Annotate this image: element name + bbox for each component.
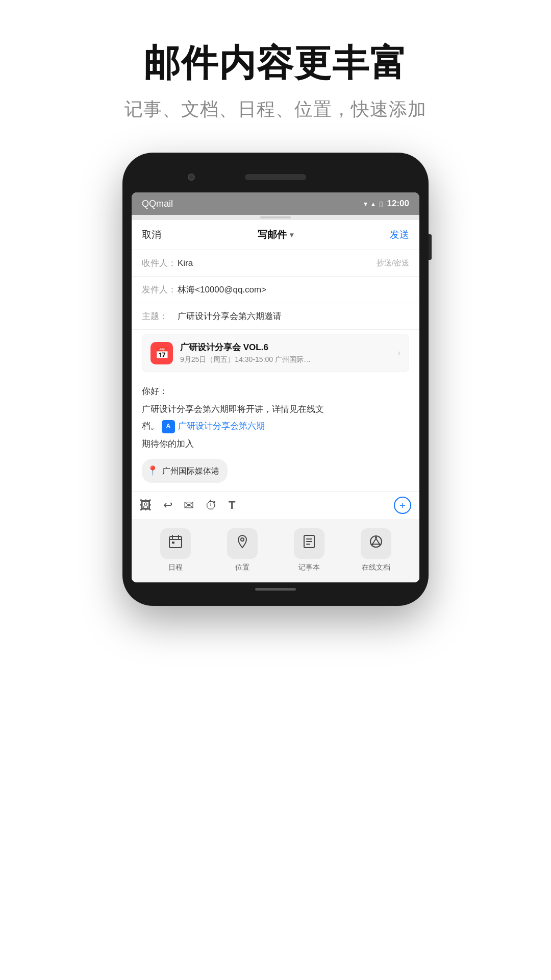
calendar-icon: 📅 bbox=[155, 347, 169, 360]
from-value[interactable]: 林海<10000@qq.com> bbox=[178, 284, 409, 296]
notebook-icon bbox=[302, 534, 316, 552]
body-greeting: 你好： bbox=[142, 384, 409, 399]
compose-toolbar: 取消 写邮件 ▾ 发送 bbox=[132, 220, 419, 250]
page-title: 邮件内容更丰富 bbox=[0, 41, 551, 85]
online-doc-icon bbox=[369, 534, 383, 552]
to-field: 收件人： Kira 抄送/密送 bbox=[132, 250, 419, 277]
calendar-info: 广研设计分享会 VOL.6 9月25日（周五）14:30-15:00 广州国际… bbox=[180, 341, 397, 364]
location-name: 广州国际媒体港 bbox=[162, 464, 219, 478]
calendar-event-title: 广研设计分享会 VOL.6 bbox=[180, 341, 397, 353]
text-icon[interactable]: T bbox=[229, 499, 235, 512]
cc-button[interactable]: 抄送/密送 bbox=[377, 258, 409, 268]
qi-location-icon-wrap bbox=[227, 528, 258, 559]
schedule-icon bbox=[168, 534, 183, 552]
body-text1: 广研设计分享会第六期即将开讲，详情见在线文 bbox=[142, 402, 409, 417]
qi-schedule[interactable]: 日程 bbox=[160, 528, 191, 572]
cancel-button[interactable]: 取消 bbox=[142, 228, 161, 241]
qi-online-doc-label: 在线文档 bbox=[362, 563, 390, 572]
clock-icon[interactable]: ⏱ bbox=[205, 498, 217, 512]
compose-title: 写邮件 ▾ bbox=[258, 228, 293, 241]
phone-mockup: QQmail ▾ ▴ ▯ 12:00 取消 写邮件 bbox=[122, 153, 429, 605]
doc-icon: A bbox=[162, 420, 175, 433]
status-bar: QQmail ▾ ▴ ▯ 12:00 bbox=[132, 192, 419, 215]
email-icon[interactable]: ✉ bbox=[184, 498, 194, 512]
body-text2: 档。 A 广研设计分享会第六期 bbox=[142, 419, 409, 434]
battery-icon: ▯ bbox=[379, 200, 383, 208]
add-button[interactable]: ＋ bbox=[394, 497, 411, 514]
status-app-name: QQmail bbox=[142, 199, 173, 209]
qi-location-label: 位置 bbox=[235, 563, 249, 572]
doc-icon-letter: A bbox=[166, 421, 170, 431]
page-header: 邮件内容更丰富 记事、文档、日程、位置，快速添加 bbox=[0, 0, 551, 142]
wifi-icon: ▾ bbox=[364, 200, 367, 208]
qi-location[interactable]: 位置 bbox=[227, 528, 258, 572]
phone-side-button bbox=[429, 234, 432, 260]
svg-rect-4 bbox=[172, 542, 174, 544]
signal-icon: ▴ bbox=[371, 200, 375, 208]
location-icon bbox=[235, 534, 249, 552]
doc-link[interactable]: A 广研设计分享会第六期 bbox=[162, 419, 265, 434]
toolbar-icons: 🖼 ↩ ✉ ⏱ T bbox=[140, 498, 235, 512]
to-label: 收件人： bbox=[142, 257, 178, 269]
email-compose: 取消 写邮件 ▾ 发送 收件人： Kira 抄送/密送 发件人： 林海<10 bbox=[132, 220, 419, 582]
email-body[interactable]: 你好： 广研设计分享会第六期即将开讲，详情见在线文 档。 A 广研设计分享会第六… bbox=[132, 376, 419, 491]
subject-label: 主题： bbox=[142, 310, 178, 322]
attachment-icon[interactable]: ↩ bbox=[163, 499, 172, 512]
calendar-icon-wrap: 📅 bbox=[151, 342, 173, 364]
to-value[interactable]: Kira bbox=[178, 258, 377, 268]
calendar-event-detail: 9月25日（周五）14:30-15:00 广州国际… bbox=[180, 355, 397, 364]
compose-title-arrow: ▾ bbox=[290, 231, 293, 239]
quick-insert-panel: 日程 位置 bbox=[132, 519, 419, 582]
qi-notebook-label: 记事本 bbox=[298, 563, 320, 572]
drag-indicator bbox=[132, 215, 419, 220]
calendar-chevron-icon: › bbox=[397, 348, 400, 358]
location-chip[interactable]: 📍 广州国际媒体港 bbox=[142, 459, 228, 483]
image-icon[interactable]: 🖼 bbox=[140, 498, 152, 512]
from-label: 发件人： bbox=[142, 284, 178, 296]
qi-schedule-label: 日程 bbox=[168, 563, 183, 572]
compose-title-text: 写邮件 bbox=[258, 228, 287, 241]
location-pin-icon: 📍 bbox=[147, 463, 158, 479]
body-expect: 期待你的加入 bbox=[142, 437, 409, 452]
calendar-event[interactable]: 📅 广研设计分享会 VOL.6 9月25日（周五）14:30-15:00 广州国… bbox=[142, 334, 409, 372]
drag-bar bbox=[260, 216, 291, 218]
svg-rect-0 bbox=[169, 536, 182, 548]
phone-shell: QQmail ▾ ▴ ▯ 12:00 取消 写邮件 bbox=[122, 153, 429, 605]
qi-online-doc-icon-wrap bbox=[361, 528, 391, 559]
status-right: ▾ ▴ ▯ 12:00 bbox=[364, 199, 409, 209]
qi-schedule-icon-wrap bbox=[160, 528, 191, 559]
qi-online-doc[interactable]: 在线文档 bbox=[361, 528, 391, 572]
page-subtitle: 记事、文档、日程、位置，快速添加 bbox=[0, 97, 551, 122]
phone-screen: QQmail ▾ ▴ ▯ 12:00 取消 写邮件 bbox=[132, 192, 419, 582]
phone-camera bbox=[188, 174, 195, 181]
phone-bottom-bezel bbox=[132, 582, 419, 597]
bottom-toolbar: 🖼 ↩ ✉ ⏱ T ＋ bbox=[132, 491, 419, 519]
qi-notebook-icon-wrap bbox=[294, 528, 324, 559]
qi-notebook[interactable]: 记事本 bbox=[294, 528, 324, 572]
home-indicator bbox=[255, 588, 296, 591]
subject-value[interactable]: 广研设计分享会第六期邀请 bbox=[178, 310, 409, 322]
subject-field: 主题： 广研设计分享会第六期邀请 bbox=[132, 303, 419, 330]
status-time: 12:00 bbox=[387, 199, 409, 209]
svg-line-15 bbox=[372, 538, 376, 544]
doc-link-text[interactable]: 广研设计分享会第六期 bbox=[178, 419, 265, 434]
phone-top-bezel bbox=[132, 162, 419, 192]
svg-line-14 bbox=[376, 538, 380, 544]
send-button[interactable]: 发送 bbox=[390, 228, 409, 241]
svg-point-5 bbox=[241, 538, 244, 541]
from-field: 发件人： 林海<10000@qq.com> bbox=[132, 277, 419, 303]
phone-speaker bbox=[245, 174, 306, 180]
